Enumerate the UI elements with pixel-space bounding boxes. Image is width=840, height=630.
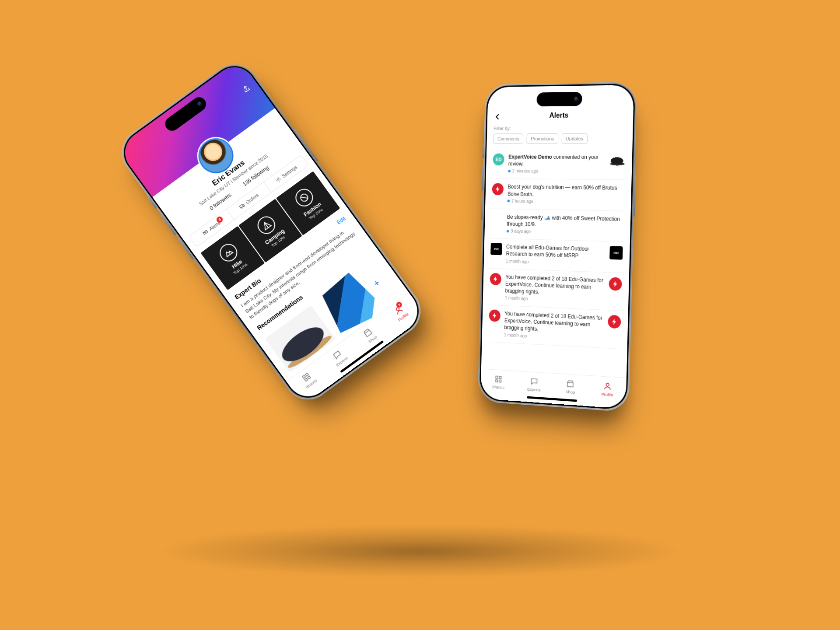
alert-text: You have completed 2 of 18 Edu-Games for… — [504, 310, 604, 336]
svg-rect-7 — [305, 378, 308, 382]
bolt-icon — [490, 273, 501, 285]
tab-experts[interactable]: Experts — [516, 371, 553, 398]
alert-text: You have completed 2 of 18 Edu-Games for… — [505, 273, 605, 298]
share-icon[interactable] — [241, 84, 253, 96]
add-rec-button[interactable]: + — [370, 276, 384, 290]
back-button[interactable] — [493, 112, 502, 122]
brand-icon: OR — [490, 243, 502, 255]
unread-dot-icon — [507, 230, 509, 232]
alert-item[interactable]: EDExpertVoice Demo commented on your rev… — [491, 149, 627, 180]
phone-alerts: Alerts Filter by: Comments Promotions Up… — [478, 82, 637, 412]
unread-dot-icon — [508, 200, 510, 203]
alerts-filter: Filter by: Comments Promotions Updates — [486, 123, 633, 147]
tab-profile[interactable]: Profile — [588, 376, 626, 402]
bolt-icon — [492, 183, 504, 196]
alert-timestamp: 7 hours ago — [507, 199, 624, 205]
filter-pill-promotions[interactable]: Promotions — [526, 133, 558, 144]
alerts-screen: Alerts Filter by: Comments Promotions Up… — [480, 85, 634, 409]
svg-point-14 — [606, 383, 609, 386]
svg-rect-10 — [496, 376, 498, 378]
floor-shadow — [114, 521, 726, 582]
alert-timestamp: 2 minutes ago — [508, 169, 606, 175]
filter-pill-comments[interactable]: Comments — [493, 133, 523, 144]
svg-rect-11 — [499, 376, 501, 378]
thumb-bolt — [608, 315, 621, 329]
profile-screen: Eric Evans Salt Lake City UT | Member si… — [117, 59, 426, 405]
alert-item[interactable]: ORComplete all Edu-Games for Outdoor Res… — [489, 238, 625, 273]
bio-edit-link[interactable]: Edit — [336, 215, 346, 225]
thumb-bolt — [609, 277, 622, 291]
dynamic-island — [536, 92, 582, 106]
tab-shop[interactable]: Shop — [552, 374, 589, 400]
alert-item[interactable]: You have completed 2 of 18 Edu-Games for… — [487, 305, 623, 349]
alert-text: ExpertVoice Demo commented on your revie… — [508, 154, 606, 168]
alert-item[interactable]: Boost your dog's nutrition — earn 50% of… — [490, 179, 626, 211]
phone-profile: Eric Evans Salt Lake City UT | Member si… — [112, 55, 430, 409]
brand-icon: ED — [493, 154, 504, 166]
alerts-list[interactable]: EDExpertVoice Demo commented on your rev… — [481, 147, 633, 378]
alert-item[interactable]: You have completed 2 of 18 Edu-Games for… — [488, 268, 624, 311]
mockup-stage: Eric Evans Salt Lake City UT | Member si… — [0, 0, 840, 630]
tab-brands[interactable]: Brands — [481, 369, 517, 395]
svg-point-3 — [277, 178, 280, 181]
filter-pill-updates[interactable]: Updates — [561, 133, 588, 144]
alert-timestamp: 3 days ago — [507, 229, 623, 236]
thumb-or: OR — [609, 246, 623, 259]
svg-rect-13 — [499, 380, 501, 382]
svg-rect-8 — [308, 376, 311, 379]
svg-rect-5 — [303, 375, 306, 378]
filter-label: Filter by: — [494, 125, 626, 131]
alert-text: Boost your dog's nutrition — earn 50% of… — [508, 183, 624, 199]
unread-dot-icon — [508, 170, 511, 172]
alerts-title: Alerts — [493, 111, 627, 120]
alert-item[interactable]: Be slopes-ready 🎿 with 40% off Sweet Pro… — [489, 209, 625, 242]
alert-text: Be slopes-ready 🎿 with 40% off Sweet Pro… — [507, 214, 623, 230]
bolt-icon — [489, 309, 500, 322]
thumb-shoe — [610, 154, 626, 166]
svg-rect-12 — [496, 379, 498, 382]
svg-rect-6 — [305, 373, 308, 376]
alert-text: Complete all Edu-Games for Outdoor Resea… — [506, 243, 606, 260]
